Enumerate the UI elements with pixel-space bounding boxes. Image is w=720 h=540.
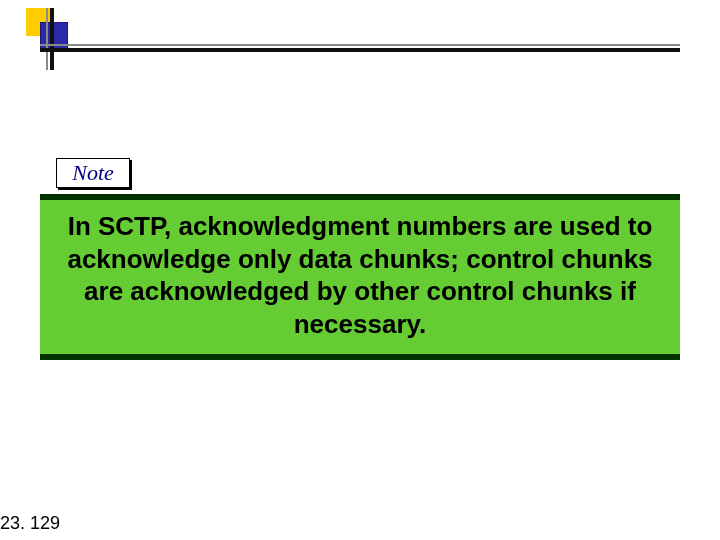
- note-label: Note: [72, 160, 114, 186]
- vertical-shadow-line: [46, 8, 48, 70]
- note-label-box: Note: [56, 158, 130, 188]
- page-number: 23. 129: [0, 513, 60, 534]
- note-content: In SCTP, acknowledgment numbers are used…: [40, 200, 680, 354]
- header-decor: [0, 0, 720, 80]
- slide: Note In SCTP, acknowledgment numbers are…: [0, 0, 720, 540]
- horizontal-line: [40, 48, 680, 52]
- note-body: In SCTP, acknowledgment numbers are used…: [40, 194, 680, 360]
- vertical-line: [50, 8, 54, 70]
- note-text: In SCTP, acknowledgment numbers are used…: [58, 210, 662, 340]
- note-border-bottom: [40, 354, 680, 360]
- horizontal-shadow-line: [40, 44, 680, 46]
